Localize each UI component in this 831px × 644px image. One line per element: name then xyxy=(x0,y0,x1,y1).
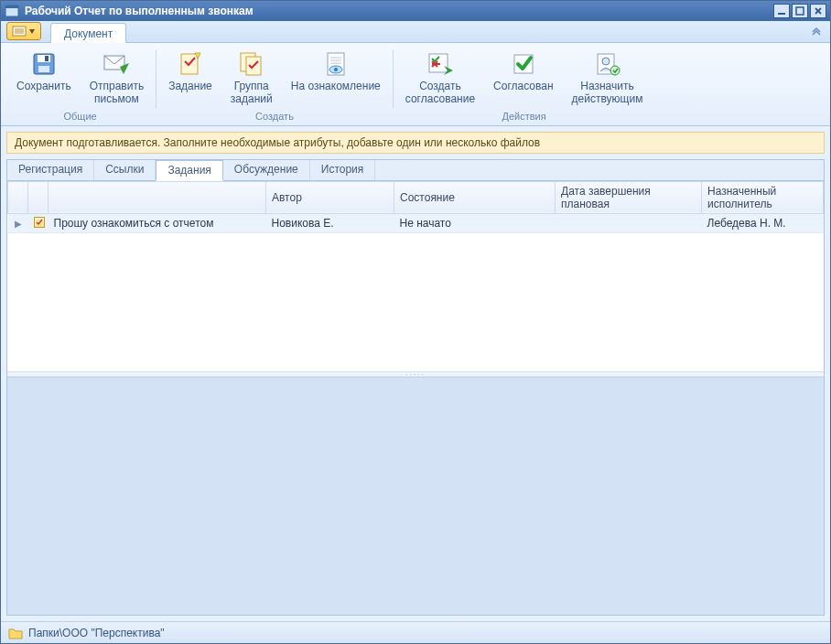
ribbon-item-label: Согласован xyxy=(493,80,553,93)
info-banner: Документ подготавливается. Заполните нео… xyxy=(6,132,825,154)
tab-label: История xyxy=(321,163,364,176)
column-header-check[interactable] xyxy=(28,181,49,213)
ribbon-tab-label: Документ xyxy=(64,27,113,40)
maximize-button[interactable] xyxy=(792,4,808,18)
column-header-expander[interactable] xyxy=(8,181,28,213)
svg-rect-13 xyxy=(38,66,49,72)
approved-icon xyxy=(509,49,538,79)
tab-links[interactable]: Ссылки xyxy=(94,160,156,180)
minimize-button[interactable] xyxy=(773,4,790,18)
app-icon xyxy=(5,4,19,18)
ribbon: Сохранить Отправитьписьмом Общие xyxy=(1,43,830,126)
tab-history[interactable]: История xyxy=(310,160,376,180)
ribbon-item-label: Создатьсогласование xyxy=(405,80,475,106)
ribbon-item-label: Группазаданий xyxy=(231,80,273,106)
svg-point-35 xyxy=(602,58,610,65)
ribbon-item-label: Задание xyxy=(168,80,212,93)
svg-point-36 xyxy=(610,66,620,75)
ribbon-group-create: Задание Группазаданий На ознакомление xyxy=(158,47,391,125)
new-task-button[interactable]: Задание xyxy=(162,47,219,109)
assign-active-button[interactable]: Назначитьдействующим xyxy=(566,47,650,109)
quick-access-button[interactable] xyxy=(6,22,41,40)
for-review-button[interactable]: На ознакомление xyxy=(285,47,387,109)
ribbon-group-caption: Общие xyxy=(63,109,96,125)
svg-rect-2 xyxy=(778,13,785,15)
ribbon-group-actions: Создатьсогласование Согласован Назначить… xyxy=(395,47,653,125)
svg-rect-3 xyxy=(796,7,804,15)
ribbon-item-label: Отправитьписьмом xyxy=(90,80,145,106)
cell-status: Не начато xyxy=(394,213,556,232)
expand-icon[interactable]: ▶ xyxy=(15,219,22,229)
review-icon xyxy=(321,49,351,79)
approved-button[interactable]: Согласован xyxy=(487,47,559,109)
ribbon-separator xyxy=(156,50,156,109)
save-icon xyxy=(29,49,59,79)
window-controls xyxy=(773,4,826,18)
tab-discussion[interactable]: Обсуждение xyxy=(223,160,310,180)
tab-label: Регистрация xyxy=(18,163,82,176)
create-approval-button[interactable]: Создатьсогласование xyxy=(399,47,481,109)
new-task-group-button[interactable]: Группазаданий xyxy=(224,47,279,109)
title-bar: Рабочий Отчет по выполненным звонкам xyxy=(1,1,830,21)
tab-label: Обсуждение xyxy=(234,163,298,176)
content-area: Регистрация Ссылки Задания Обсуждение Ис… xyxy=(6,159,825,616)
column-header-assignee[interactable]: Назначенный исполнитель xyxy=(702,181,824,213)
cell-task: Прошу ознакомиться с отчетом xyxy=(49,213,266,232)
window-title: Рабочий Отчет по выполненным звонкам xyxy=(25,5,773,17)
tab-tasks[interactable]: Задания xyxy=(156,160,222,181)
ribbon-group-caption: Действия xyxy=(502,109,545,125)
create-approval-icon xyxy=(426,49,455,79)
tab-label: Задания xyxy=(167,164,210,177)
tasks-grid: Автор Состояние Дата завершения плановая… xyxy=(7,181,824,233)
cell-author: Новикова Е. xyxy=(266,213,394,232)
ribbon-item-label: Сохранить xyxy=(16,80,71,93)
send-email-icon xyxy=(102,49,131,79)
status-path: Папки\ООО "Перспектива" xyxy=(28,627,165,639)
ribbon-separator xyxy=(393,50,394,109)
tab-registration[interactable]: Регистрация xyxy=(7,160,94,180)
svg-rect-1 xyxy=(5,5,18,8)
status-bar: Папки\ООО "Перспектива" xyxy=(1,621,830,643)
ribbon-collapse-icon[interactable] xyxy=(810,25,823,38)
window: Рабочий Отчет по выполненным звонкам Док… xyxy=(0,0,831,644)
ribbon-item-label: На ознакомление xyxy=(291,80,381,93)
column-header-due[interactable]: Дата завершения плановая xyxy=(556,181,702,213)
folder-icon xyxy=(8,627,23,639)
assign-active-icon xyxy=(593,49,622,79)
task-group-icon xyxy=(237,49,266,79)
grid-empty-area xyxy=(7,233,824,371)
column-header-author[interactable]: Автор xyxy=(266,181,394,213)
ribbon-item-label: Назначитьдействующим xyxy=(572,80,643,106)
ribbon-tab-document[interactable]: Документ xyxy=(50,23,126,43)
send-email-button[interactable]: Отправитьписьмом xyxy=(83,47,151,109)
secondary-tabs: Регистрация Ссылки Задания Обсуждение Ис… xyxy=(7,160,824,181)
task-check-icon xyxy=(34,217,45,228)
table-row[interactable]: ▶ Прошу ознакомиться с отчетом Новикова … xyxy=(8,213,824,232)
close-button[interactable] xyxy=(810,4,826,18)
column-header-status[interactable]: Состояние xyxy=(394,181,556,213)
grid-header-row: Автор Состояние Дата завершения плановая… xyxy=(8,181,824,213)
ribbon-tabstrip: Документ xyxy=(1,21,830,43)
ribbon-group-common: Сохранить Отправитьписьмом Общие xyxy=(6,47,154,125)
tab-label: Ссылки xyxy=(105,163,144,176)
svg-marker-10 xyxy=(29,29,35,34)
lower-pane xyxy=(7,377,824,615)
svg-rect-14 xyxy=(45,56,49,61)
cell-due xyxy=(556,213,702,232)
task-icon xyxy=(176,49,205,79)
save-button[interactable]: Сохранить xyxy=(10,47,78,109)
column-header-task[interactable] xyxy=(49,181,266,213)
cell-assignee: Лебедева Н. М. xyxy=(702,213,824,232)
ribbon-group-caption: Создать xyxy=(255,109,294,125)
svg-point-26 xyxy=(334,68,338,71)
